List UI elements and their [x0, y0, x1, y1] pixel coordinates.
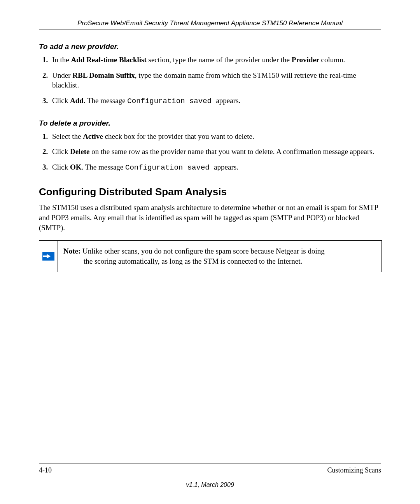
list-item: Select the Active check box for the prov… — [50, 131, 381, 142]
add-provider-steps: In the Add Real-time Blacklist section, … — [39, 55, 381, 107]
text: the scoring automatically, as long as th… — [63, 256, 376, 266]
text-mono: Configuration saved — [127, 97, 216, 105]
text: In the — [52, 56, 71, 64]
footer-section: Customizing Scans — [327, 466, 382, 474]
text-bold: Provider — [292, 56, 321, 64]
list-item: Click Add. The message Configuration sav… — [50, 96, 381, 107]
list-item: Click OK. The message Configuration save… — [50, 162, 381, 173]
running-header: ProSecure Web/Email Security Threat Mana… — [39, 19, 381, 30]
document-page: ProSecure Web/Email Security Threat Mana… — [0, 0, 420, 504]
text-bold: Add Real-time Blacklist — [71, 56, 149, 64]
text: column. — [321, 56, 345, 64]
text: Click — [52, 163, 70, 171]
text-mono: Configuration saved — [125, 163, 214, 172]
footer-version: v1.1, March 2009 — [39, 481, 381, 488]
text: . The message — [81, 163, 125, 171]
note-text: Note: Unlike other scans, you do not con… — [58, 241, 382, 271]
arrow-right-icon — [42, 252, 54, 261]
text: appears. — [216, 96, 240, 105]
list-item: Under RBL Domain Suffix, type the domain… — [50, 70, 381, 90]
heading-add-provider: To add a new provider. — [39, 42, 381, 51]
text: on the same row as the provider name tha… — [91, 147, 374, 156]
text: Unlike other scans, you do not configure… — [82, 247, 325, 255]
body-paragraph: The STM150 uses a distributed spam analy… — [39, 203, 381, 233]
text-bold: Active — [83, 132, 105, 140]
text-bold: OK — [70, 163, 82, 171]
text-bold: RBL Domain Suffix — [72, 71, 135, 79]
text: . The message — [84, 96, 128, 105]
note-box: Note: Unlike other scans, you do not con… — [39, 240, 382, 272]
text: Click — [52, 96, 70, 105]
section-title: Configuring Distributed Spam Analysis — [39, 186, 381, 198]
note-icon-cell — [39, 241, 58, 271]
heading-delete-provider: To delete a provider. — [39, 119, 381, 128]
text-bold: Add — [70, 96, 84, 105]
text: appears. — [214, 163, 238, 171]
list-item: In the Add Real-time Blacklist section, … — [50, 55, 381, 65]
text: Under — [52, 71, 72, 79]
note-label: Note: — [63, 247, 82, 255]
delete-provider-steps: Select the Active check box for the prov… — [39, 131, 381, 173]
page-footer: 4-10 Customizing Scans v1.1, March 2009 — [39, 464, 381, 488]
text: section, type the name of the provider u… — [149, 56, 292, 64]
list-item: Click Delete on the same row as the prov… — [50, 147, 381, 157]
text-bold: Delete — [70, 147, 91, 156]
page-number: 4-10 — [39, 466, 52, 474]
text: check box for the provider that you want… — [105, 132, 254, 140]
text: Select the — [52, 132, 83, 140]
text: Click — [52, 147, 70, 156]
